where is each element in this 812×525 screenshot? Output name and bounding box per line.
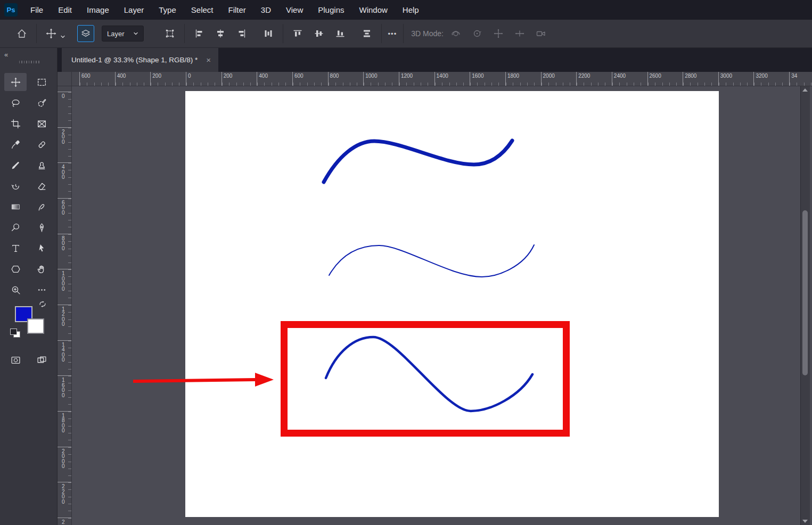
ruler-label: 1000 bbox=[58, 269, 71, 305]
canvas-surface[interactable] bbox=[72, 86, 812, 525]
divider bbox=[184, 24, 185, 43]
menu-item-3d[interactable]: 3D bbox=[253, 0, 278, 20]
quick-mask-button[interactable] bbox=[4, 351, 27, 369]
show-transform-controls-icon[interactable] bbox=[162, 26, 178, 42]
dodge-tool[interactable] bbox=[4, 218, 27, 236]
collapse-panel-button[interactable]: « bbox=[4, 51, 8, 59]
divider bbox=[381, 24, 382, 43]
toolbar-grip[interactable] bbox=[19, 61, 39, 63]
document-tab-bar: Untitled-1 @ 33.3% (Shape 1, RGB/8) * × bbox=[58, 48, 812, 72]
pen-tool[interactable] bbox=[30, 218, 53, 236]
screen-mode-button[interactable] bbox=[30, 351, 53, 369]
healing-brush-tool[interactable] bbox=[30, 135, 53, 153]
distribute-horizontal-icon[interactable] bbox=[260, 26, 276, 42]
menu-item-window[interactable]: Window bbox=[351, 0, 395, 20]
align-horizontal-centers-icon[interactable] bbox=[212, 26, 228, 42]
lasso-tool[interactable] bbox=[4, 94, 27, 112]
3d-orbit-icon[interactable] bbox=[448, 26, 464, 42]
divider bbox=[403, 24, 404, 43]
path-selection-tool[interactable] bbox=[30, 239, 53, 257]
eyedropper-tool[interactable] bbox=[4, 135, 27, 153]
ruler-label: 34 bbox=[789, 72, 812, 86]
divider bbox=[36, 24, 37, 43]
gradient-tool[interactable] bbox=[4, 198, 27, 216]
canvas-workspace[interactable] bbox=[72, 86, 812, 525]
vertical-ruler: 0200400600800100012001400160018002000220… bbox=[58, 86, 72, 525]
3d-pan-icon[interactable] bbox=[490, 26, 506, 42]
menu-item-edit[interactable]: Edit bbox=[51, 0, 79, 20]
menu-item-plugins[interactable]: Plugins bbox=[310, 0, 351, 20]
scroll-down-icon[interactable] bbox=[802, 520, 808, 523]
ruler-label: 1000 bbox=[363, 72, 399, 86]
hand-tool[interactable] bbox=[30, 260, 53, 278]
ruler-label: 0 bbox=[58, 92, 71, 127]
auto-select-dropdown[interactable]: Layer bbox=[102, 26, 144, 42]
3d-slide-icon[interactable] bbox=[512, 26, 528, 42]
ruler-label: 200 bbox=[150, 72, 186, 86]
chevron-down-icon[interactable] bbox=[60, 31, 65, 41]
align-right-edges-icon[interactable] bbox=[234, 26, 250, 42]
align-vertical-centers-icon[interactable] bbox=[311, 26, 327, 42]
ruler-label: 0 bbox=[186, 72, 222, 86]
auto-select-layers-icon[interactable] bbox=[77, 25, 94, 42]
crop-tool[interactable] bbox=[4, 114, 27, 133]
menu-item-image[interactable]: Image bbox=[79, 0, 117, 20]
smudge-tool[interactable] bbox=[30, 198, 53, 216]
eraser-tool[interactable] bbox=[30, 177, 53, 195]
brush-tool[interactable] bbox=[4, 156, 27, 174]
3d-camera-icon[interactable] bbox=[533, 26, 549, 42]
chevron-down-icon bbox=[133, 31, 138, 36]
menu-item-select[interactable]: Select bbox=[184, 0, 221, 20]
3d-roll-icon[interactable] bbox=[469, 26, 485, 42]
align-bottom-edges-icon[interactable] bbox=[332, 26, 348, 42]
photoshop-logo: Ps bbox=[4, 3, 18, 17]
auto-select-value: Layer bbox=[107, 30, 125, 38]
shape-tool[interactable] bbox=[4, 260, 27, 278]
scroll-up-icon[interactable] bbox=[802, 88, 808, 92]
close-tab-icon[interactable]: × bbox=[206, 56, 211, 64]
ruler-corner[interactable] bbox=[58, 72, 72, 86]
rectangular-marquee-tool[interactable] bbox=[30, 73, 53, 91]
align-top-edges-icon[interactable] bbox=[290, 26, 306, 42]
scrollbar-thumb[interactable] bbox=[802, 210, 808, 375]
align-left-edges-icon[interactable] bbox=[191, 26, 207, 42]
menu-item-help[interactable]: Help bbox=[395, 0, 426, 20]
frame-tool[interactable] bbox=[30, 114, 53, 133]
ruler-label: 2800 bbox=[683, 72, 718, 86]
move-tool[interactable] bbox=[4, 73, 27, 91]
move-tool-preset-icon[interactable] bbox=[43, 26, 59, 42]
history-brush-tool[interactable] bbox=[4, 177, 27, 195]
quick-selection-tool[interactable] bbox=[30, 94, 53, 112]
tool-options-bar: Layer ••• bbox=[0, 20, 812, 48]
ruler-label: 2 bbox=[58, 518, 71, 525]
document-title: Untitled-1 @ 33.3% (Shape 1, RGB/8) * bbox=[71, 56, 198, 64]
ruler-label: 2000 bbox=[58, 447, 71, 482]
menu-item-file[interactable]: File bbox=[23, 0, 51, 20]
document-canvas[interactable] bbox=[185, 91, 719, 517]
more-options-button[interactable]: ••• bbox=[388, 30, 397, 38]
ruler-label: 1400 bbox=[434, 72, 470, 86]
pointer-arrow-tail bbox=[133, 380, 255, 381]
document-tab[interactable]: Untitled-1 @ 33.3% (Shape 1, RGB/8) * × bbox=[62, 48, 218, 72]
menu-item-view[interactable]: View bbox=[278, 0, 310, 20]
swap-colors-icon[interactable] bbox=[38, 300, 47, 310]
background-color-swatch[interactable] bbox=[27, 318, 44, 334]
divider bbox=[283, 24, 283, 43]
zoom-tool[interactable] bbox=[4, 281, 27, 299]
ruler-label: 3000 bbox=[718, 72, 754, 86]
menu-item-filter[interactable]: Filter bbox=[221, 0, 253, 20]
home-icon[interactable] bbox=[14, 26, 30, 42]
vertical-scrollbar[interactable] bbox=[800, 86, 810, 525]
distribute-vertical-icon[interactable] bbox=[359, 26, 375, 42]
ruler-label: 1800 bbox=[58, 411, 71, 447]
ruler-label: 3200 bbox=[753, 72, 789, 86]
default-colors-icon[interactable] bbox=[10, 329, 20, 338]
ruler-label: 200 bbox=[222, 72, 257, 86]
menu-item-type[interactable]: Type bbox=[151, 0, 184, 20]
ruler-label: 600 bbox=[292, 72, 328, 86]
menu-item-layer[interactable]: Layer bbox=[117, 0, 152, 20]
edit-toolbar-button[interactable] bbox=[30, 281, 53, 299]
type-tool[interactable] bbox=[4, 239, 27, 257]
ruler-label: 1200 bbox=[399, 72, 434, 86]
clone-stamp-tool[interactable] bbox=[30, 156, 53, 174]
